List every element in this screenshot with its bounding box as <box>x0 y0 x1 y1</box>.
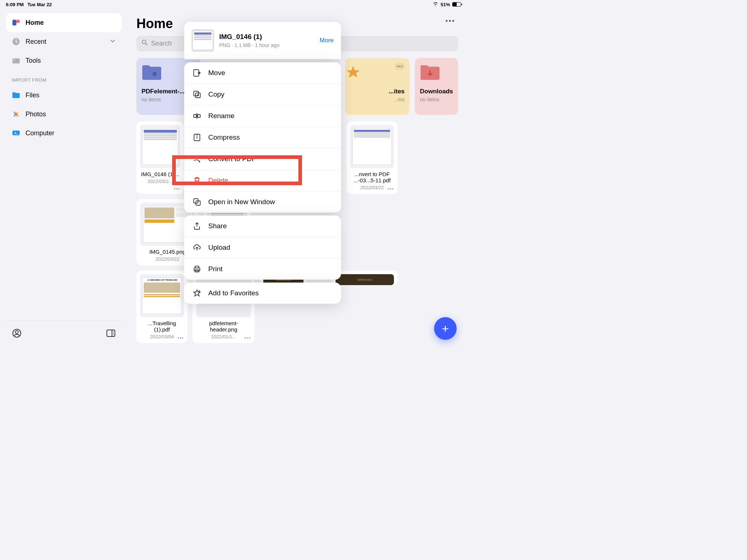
menu-item-copy[interactable]: Copy <box>184 84 341 105</box>
file-card[interactable]: ...nvert to PDF ...-03...5-11.pdf 2022/0… <box>347 121 398 194</box>
print-icon <box>193 265 201 273</box>
status-bar: 6:09 PM Tue Mar 22 51% <box>0 0 467 9</box>
status-date: Tue Mar 22 <box>27 2 52 7</box>
photos-icon <box>12 110 20 118</box>
menu-item-compress[interactable]: Compress <box>184 127 341 148</box>
computer-icon <box>12 129 20 137</box>
file-thumbnail <box>350 125 394 168</box>
rename-icon <box>193 112 201 120</box>
popup-file-title: IMG_0146 (1) <box>219 33 314 41</box>
folder-icon <box>142 63 162 81</box>
popup-file-meta: PNG · 1.1 MB · 1 hour ago <box>219 42 314 48</box>
cloud-upload-icon <box>193 244 201 252</box>
file-menu-button[interactable]: ••• <box>174 186 180 192</box>
sidebar-item-home[interactable]: Home <box>6 13 122 32</box>
file-menu-button[interactable]: ••• <box>177 335 184 341</box>
file-name: IMG_0146 (1)... <box>140 171 180 177</box>
menu-item-rename[interactable]: Rename <box>184 105 341 127</box>
sidebar-item-recent[interactable]: Recent <box>6 32 122 51</box>
menu-item-move[interactable]: Move <box>184 62 341 84</box>
menu-item-open-window[interactable]: Open in New Window <box>184 191 341 213</box>
folder-card[interactable]: ••• ...ites ...ms <box>345 58 410 115</box>
svg-rect-35 <box>195 266 199 268</box>
svg-point-31 <box>197 137 198 139</box>
account-button[interactable] <box>12 328 22 338</box>
file-name: ...nvert to PDF <box>350 171 394 177</box>
svg-point-17 <box>113 334 114 335</box>
more-menu-button[interactable]: ••• <box>445 17 455 25</box>
menu-item-convert-pdf[interactable]: Convert to PDF <box>184 148 341 170</box>
sidebar-item-label: Recent <box>26 38 46 46</box>
file-thumbnail: SERVICES <box>336 274 394 285</box>
menu-item-label: Print <box>208 265 222 273</box>
svg-rect-27 <box>198 114 200 117</box>
file-date: 2022/01/1... <box>196 334 251 339</box>
sidebar-item-label: Files <box>26 92 39 99</box>
move-icon <box>193 69 201 77</box>
compress-icon <box>193 133 201 141</box>
menu-item-favorites[interactable]: Add to Favorites <box>184 283 341 304</box>
wifi-icon <box>433 2 438 7</box>
search-icon <box>142 39 148 48</box>
file-card[interactable]: SERVICES <box>332 271 398 285</box>
battery-percent: 51% <box>441 2 450 7</box>
menu-item-upload[interactable]: Upload <box>184 237 341 258</box>
file-menu-button[interactable]: ••• <box>244 335 251 341</box>
menu-item-delete[interactable]: Delete <box>184 170 341 191</box>
svg-rect-1 <box>16 20 20 23</box>
sidebar: Home Recent Tools IMPORT FROM Files Phot… <box>0 9 128 350</box>
menu-item-print[interactable]: Print <box>184 258 341 280</box>
sidebar-item-tools[interactable]: Tools <box>6 51 122 70</box>
sidebar-item-computer[interactable]: Computer <box>6 124 122 143</box>
sidebar-item-label: Home <box>26 19 44 27</box>
menu-item-label: Move <box>208 69 225 77</box>
file-card[interactable]: IMG_0146 (1)... 2022/03/2... ••• <box>136 121 184 194</box>
file-name: ...Travelling <box>140 320 184 326</box>
folder-meta: no items <box>420 97 453 102</box>
search-placeholder: Search <box>151 40 172 47</box>
svg-rect-10 <box>12 131 20 135</box>
svg-rect-4 <box>13 59 15 60</box>
file-date: 2022/03/2... <box>140 179 180 184</box>
star-icon <box>343 63 363 81</box>
menu-item-label: Share <box>208 222 227 230</box>
file-card[interactable]: ...E MEANING OF TRAVELING ...Travelling … <box>136 271 187 343</box>
svg-point-12 <box>15 331 18 334</box>
svg-rect-26 <box>194 114 196 117</box>
menu-item-label: Upload <box>208 244 230 252</box>
trash-icon <box>193 176 201 184</box>
add-button[interactable]: + <box>434 317 457 340</box>
download-folder-icon <box>420 63 440 81</box>
sidebar-item-label: Computer <box>26 129 54 137</box>
sidebar-item-files[interactable]: Files <box>6 86 122 105</box>
menu-item-label: Copy <box>208 90 224 98</box>
file-menu-button[interactable]: ••• <box>387 186 394 192</box>
sidebar-item-label: Tools <box>26 57 41 65</box>
home-icon <box>12 18 20 27</box>
file-thumbnail: ...E MEANING OF TRAVELING <box>140 274 184 317</box>
plus-icon: + <box>442 322 449 336</box>
status-time: 6:09 PM <box>6 2 24 7</box>
clock-icon <box>12 37 20 46</box>
file-name: header.png <box>196 326 251 332</box>
file-name: pdfelement- <box>196 320 251 326</box>
window-icon <box>193 198 201 206</box>
battery-icon <box>452 2 461 7</box>
svg-point-18 <box>142 40 146 44</box>
folder-icon <box>12 91 20 100</box>
sidebar-item-photos[interactable]: Photos <box>6 105 122 124</box>
menu-item-share[interactable]: Share <box>184 215 341 237</box>
convert-icon <box>193 155 201 163</box>
folder-menu-button[interactable]: ••• <box>395 63 405 70</box>
folder-meta: ...ms <box>350 97 405 102</box>
svg-point-9 <box>13 114 16 117</box>
star-add-icon <box>193 289 201 297</box>
file-name: (1).pdf <box>140 326 184 332</box>
svg-line-19 <box>146 43 147 45</box>
popup-header: IMG_0146 (1) PNG · 1.1 MB · 1 hour ago M… <box>184 22 341 59</box>
file-name: ...-03...5-11.pdf <box>350 177 394 183</box>
tools-icon <box>12 56 20 65</box>
popup-more-button[interactable]: More <box>320 37 334 44</box>
folder-card[interactable]: Downloads no items <box>415 58 458 115</box>
sidebar-toggle-button[interactable] <box>106 328 116 338</box>
